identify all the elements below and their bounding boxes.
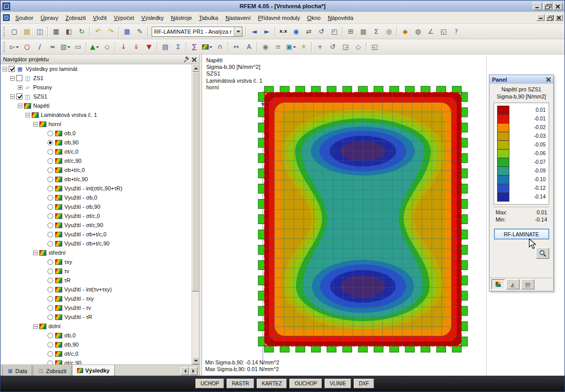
tree-item[interactable]: σt/c,90 [1, 358, 191, 364]
refresh-icon[interactable]: ↻ [76, 26, 88, 37]
deformation-icon[interactable]: ∩ [214, 41, 226, 53]
status-toggle-dxf[interactable]: DXF [354, 379, 374, 388]
render-icon[interactable]: ▣ [285, 41, 297, 53]
tree-item[interactable]: Využití - int(τv+τxy) [1, 285, 191, 294]
status-toggle-kartez[interactable]: KARTEZ [257, 379, 287, 388]
tree-item[interactable]: Využití - σt/c,90 [1, 220, 191, 230]
next-loadcase-icon[interactable]: ► [261, 26, 273, 37]
model-viewport[interactable]: Napětí Sigma-b,90 [N/mm^2] SZS1 Lamináto… [202, 55, 565, 377]
tab-výsledky[interactable]: Výsledky [72, 365, 115, 376]
tree-item[interactable]: σb,0 [1, 129, 191, 138]
window-icon[interactable]: ◱ [437, 26, 450, 37]
surface-icon[interactable]: ▧ [59, 41, 71, 53]
tree-item[interactable]: Využití - int(σt/c,90+τR) [1, 184, 191, 193]
axes-icon[interactable]: ∠ [425, 26, 437, 37]
open-icon[interactable]: ▤ [21, 26, 33, 37]
tree-item[interactable]: σb+t/c,0 [1, 165, 191, 175]
tab-zobrazit[interactable]: ◫Zobrazit [33, 365, 71, 377]
menu-vložit[interactable]: Vložit [89, 13, 110, 23]
zoom-window-icon[interactable]: ◲ [339, 41, 352, 53]
radio-button[interactable] [47, 305, 53, 311]
panel-tab-filter[interactable]: ▤ [521, 279, 534, 289]
panel-close-icon[interactable] [546, 77, 551, 82]
comment-icon[interactable]: A [243, 41, 255, 53]
menu-výsledky[interactable]: Výsledky [138, 13, 167, 23]
radio-button[interactable] [47, 342, 53, 348]
tree-item[interactable]: σt/c,90 [1, 156, 191, 165]
collapse-icon[interactable] [26, 113, 30, 117]
status-toggle-uchop[interactable]: UCHOP [195, 379, 224, 388]
edit-icon[interactable]: ✎ [134, 26, 146, 37]
polyline-icon[interactable]: ≈ [46, 41, 59, 53]
mesh-icon[interactable]: ⊞ [345, 26, 357, 37]
tree-item[interactable]: σb,0 [1, 331, 191, 340]
panel-tab-display-factors[interactable]: ◭ [506, 279, 520, 289]
mdi-restore-icon[interactable] [546, 14, 554, 21]
radio-button[interactable] [47, 158, 53, 164]
collapse-icon[interactable] [10, 76, 15, 81]
pin-icon[interactable] [184, 57, 189, 62]
navigator-scrollbar[interactable] [191, 64, 199, 364]
radio-button[interactable] [47, 149, 53, 155]
tree-item[interactable]: σt/c,0 [1, 349, 191, 358]
radio-button[interactable] [47, 351, 53, 357]
radio-button[interactable] [47, 195, 53, 201]
print-icon[interactable]: ▦ [50, 26, 62, 37]
tab-data[interactable]: ▦Data [2, 365, 32, 377]
tree-item[interactable]: Využití - τv [1, 303, 191, 312]
radio-button[interactable] [47, 278, 53, 283]
panel-title-bar[interactable]: Panel [489, 75, 553, 84]
menu-nápověda[interactable]: Nápověda [324, 13, 357, 23]
scroll-down-button[interactable] [192, 357, 199, 364]
surface-load-icon[interactable]: ▼ [143, 41, 155, 53]
collapse-icon[interactable] [18, 104, 22, 108]
radio-button[interactable] [47, 360, 53, 365]
opening-icon[interactable]: ▭ [72, 41, 84, 53]
tree-item[interactable]: σb,90 [1, 340, 191, 349]
save-icon[interactable]: ◫ [34, 26, 46, 37]
layers-icon[interactable]: ≡ [272, 41, 284, 53]
tree-item[interactable]: τv [1, 266, 191, 276]
help-icon[interactable]: ? [450, 26, 462, 37]
mdi-minimize-icon[interactable] [536, 14, 545, 21]
collapse-icon[interactable] [3, 67, 7, 71]
undo-icon[interactable]: ↶ [92, 26, 104, 37]
panel-tab-color-scale[interactable] [492, 279, 505, 289]
radio-button[interactable] [47, 314, 53, 320]
radio-button[interactable] [47, 232, 53, 237]
visibility-icon[interactable]: ◉ [259, 41, 272, 53]
tree-item[interactable]: Napětí [1, 101, 191, 110]
radio-button[interactable] [47, 186, 53, 191]
collapse-icon[interactable] [33, 251, 38, 255]
tree-item[interactable]: τxy [1, 257, 191, 266]
radio-button[interactable] [47, 223, 53, 228]
fit-view-icon[interactable]: ◰ [328, 26, 340, 37]
move-view-icon[interactable]: + [314, 41, 326, 53]
menu-přídavné-moduly[interactable]: Přídavné moduly [254, 13, 304, 23]
radio-button[interactable] [47, 131, 53, 136]
panel-zoom-button[interactable] [536, 248, 549, 259]
calculate-icon[interactable]: ∑ [188, 41, 201, 53]
dimension-icon[interactable]: ↔ [230, 41, 242, 53]
scroll-thumb[interactable] [192, 72, 199, 291]
loadcase-combo[interactable]: RF-LAMINATE PŘ1 - Analýza r [152, 27, 242, 37]
node-icon[interactable]: ○ [21, 41, 33, 53]
minimize-icon[interactable] [533, 3, 542, 10]
table-icon[interactable]: ▦ [121, 26, 133, 37]
isometric-icon[interactable]: ◇ [352, 41, 364, 53]
rotate-icon[interactable]: ↺ [315, 26, 328, 37]
hinge-icon[interactable]: ◇ [101, 41, 113, 53]
mdi-close-icon[interactable] [555, 14, 563, 21]
tree-item[interactable]: Využití - σb,0 [1, 193, 191, 202]
restore-icon[interactable] [543, 3, 552, 10]
support-icon[interactable]: ▲ [88, 41, 101, 53]
checkbox[interactable] [16, 75, 22, 81]
full-screen-icon[interactable]: ◱ [369, 41, 381, 53]
radio-button[interactable] [47, 204, 53, 210]
tree-item[interactable]: σb,90 [1, 138, 191, 147]
calculation-icon[interactable]: Σ [370, 26, 382, 37]
tree-item[interactable]: Využití - σt/c,0 [1, 211, 191, 220]
collapse-icon[interactable] [33, 122, 38, 127]
tree-item[interactable]: střední [1, 248, 191, 257]
status-toggle-ouchop[interactable]: OUCHOP [289, 379, 322, 388]
